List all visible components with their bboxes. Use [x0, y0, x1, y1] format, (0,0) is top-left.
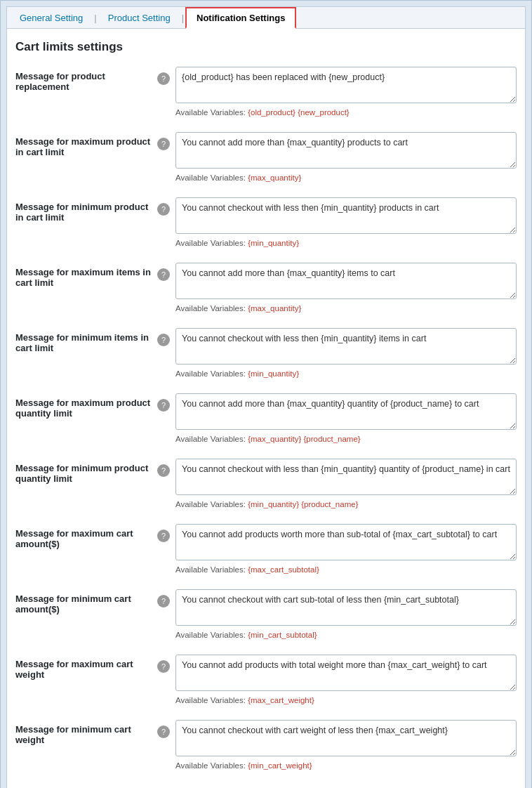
- help-icon-4[interactable]: ?: [157, 334, 170, 346]
- input-area-2: You cannot checkout with less then {min_…: [175, 197, 517, 247]
- label-min-product-in-cart: Message for minimum product in cart limi…: [15, 202, 153, 223]
- textarea-min-cart-weight[interactable]: You cannot checkout with cart weight of …: [175, 720, 517, 756]
- label-area-7: Message for maximum cart amount($) ?: [15, 524, 170, 549]
- row-min-product-in-cart: Message for minimum product in cart limi…: [15, 197, 517, 250]
- row-min-cart-weight: Message for minimum cart weight ? You ca…: [15, 720, 517, 773]
- input-area-4: You cannot checkout with less then {min_…: [175, 328, 517, 378]
- help-icon-0[interactable]: ?: [157, 72, 170, 85]
- textarea-min-product-qty[interactable]: You cannot checkout with less than {min_…: [175, 459, 517, 495]
- textarea-max-items-cart[interactable]: You cannot add more than {max_quantity} …: [175, 263, 517, 299]
- textarea-min-product-in-cart[interactable]: You cannot checkout with less then {min_…: [175, 197, 517, 234]
- input-area-0: {old_product} has been replaced with {ne…: [175, 67, 517, 117]
- row-min-cart-amount: Message for minimum cart amount($) ? You…: [15, 589, 517, 642]
- row-min-items-cart: Message for minimum items in cart limit …: [15, 328, 517, 381]
- help-icon-9[interactable]: ?: [157, 660, 170, 673]
- help-icon-5[interactable]: ?: [157, 399, 170, 412]
- vars-8: Available Variables: {min_cart_subtotal}: [175, 631, 517, 639]
- label-area-2: Message for minimum product in cart limi…: [15, 197, 170, 223]
- help-icon-2[interactable]: ?: [157, 203, 170, 216]
- section-title: Cart limits settings: [15, 40, 517, 54]
- help-icon-8[interactable]: ?: [157, 595, 170, 608]
- input-area-8: You cannot checkout with cart sub-total …: [175, 589, 517, 639]
- textarea-max-product-in-cart[interactable]: You cannot add more than {max_quantity} …: [175, 132, 517, 169]
- input-area-9: You cannot add products with total weigh…: [175, 655, 517, 704]
- label-min-product-qty: Message for minimum product quantity lim…: [15, 463, 153, 484]
- help-icon-1[interactable]: ?: [157, 138, 170, 150]
- help-icon-10[interactable]: ?: [157, 725, 170, 738]
- vars-5: Available Variables: {max_quantity} {pro…: [175, 435, 517, 443]
- label-area-8: Message for minimum cart amount($) ?: [15, 589, 170, 615]
- input-area-10: You cannot checkout with cart weight of …: [175, 720, 517, 770]
- label-min-cart-amount: Message for minimum cart amount($): [15, 593, 153, 615]
- label-product-replacement: Message for product replacement: [15, 71, 153, 92]
- label-area-10: Message for minimum cart weight ?: [15, 720, 170, 745]
- vars-2: Available Variables: {min_quantity}: [175, 239, 517, 247]
- row-max-items-cart: Message for maximum items in cart limit …: [15, 263, 517, 315]
- label-max-items-cart: Message for maximum items in cart limit: [15, 267, 153, 288]
- label-min-items-cart: Message for minimum items in cart limit: [15, 332, 153, 353]
- label-max-cart-weight: Message for maximum cart weight: [15, 659, 153, 680]
- input-area-6: You cannot checkout with less than {min_…: [175, 459, 517, 508]
- vars-3: Available Variables: {max_quantity}: [175, 304, 517, 313]
- vars-4: Available Variables: {min_quantity}: [175, 369, 517, 378]
- textarea-max-product-qty[interactable]: You cannot add more than {max_quantity} …: [175, 393, 517, 430]
- outer-container: General Setting | Product Setting | Noti…: [0, 0, 532, 788]
- tab-separator-1: |: [94, 13, 96, 23]
- label-max-cart-amount: Message for maximum cart amount($): [15, 528, 153, 549]
- row-max-product-in-cart: Message for maximum product in cart limi…: [15, 132, 517, 185]
- row-product-replacement: Message for product replacement ? {old_p…: [15, 67, 517, 119]
- input-area-7: You cannot add products worth more than …: [175, 524, 517, 574]
- help-icon-3[interactable]: ?: [157, 268, 170, 281]
- label-area-9: Message for maximum cart weight ?: [15, 655, 170, 680]
- textarea-min-items-cart[interactable]: You cannot checkout with less then {min_…: [175, 328, 517, 365]
- vars-6: Available Variables: {min_quantity} {pro…: [175, 500, 517, 508]
- input-area-1: You cannot add more than {max_quantity} …: [175, 132, 517, 182]
- label-min-cart-weight: Message for minimum cart weight: [15, 724, 153, 745]
- label-area-0: Message for product replacement ?: [15, 67, 170, 92]
- textarea-max-cart-weight[interactable]: You cannot add products with total weigh…: [175, 655, 517, 691]
- tab-bar: General Setting | Product Setting | Noti…: [6, 6, 526, 28]
- vars-1: Available Variables: {max_quantity}: [175, 173, 517, 182]
- row-min-product-qty: Message for minimum product quantity lim…: [15, 459, 517, 511]
- content-area: Cart limits settings Message for product…: [6, 28, 526, 788]
- input-area-5: You cannot add more than {max_quantity} …: [175, 393, 517, 443]
- label-area-1: Message for maximum product in cart limi…: [15, 132, 170, 157]
- textarea-min-cart-amount[interactable]: You cannot checkout with cart sub-total …: [175, 589, 517, 626]
- row-max-product-qty: Message for maximum product quantity lim…: [15, 393, 517, 446]
- tab-notification[interactable]: Notification Settings: [185, 7, 296, 29]
- vars-10: Available Variables: {min_cart_weight}: [175, 761, 517, 770]
- row-max-cart-weight: Message for maximum cart weight ? You ca…: [15, 655, 517, 707]
- vars-0: Available Variables: {old_product} {new_…: [175, 108, 517, 117]
- label-area-3: Message for maximum items in cart limit …: [15, 263, 170, 288]
- textarea-max-cart-amount[interactable]: You cannot add products worth more than …: [175, 524, 517, 560]
- vars-7: Available Variables: {max_cart_subtotal}: [175, 565, 517, 574]
- label-area-6: Message for minimum product quantity lim…: [15, 459, 170, 484]
- label-max-product-qty: Message for maximum product quantity lim…: [15, 398, 153, 419]
- input-area-3: You cannot add more than {max_quantity} …: [175, 263, 517, 313]
- label-max-product-in-cart: Message for maximum product in cart limi…: [15, 136, 153, 157]
- label-area-5: Message for maximum product quantity lim…: [15, 393, 170, 419]
- tab-general[interactable]: General Setting: [10, 8, 93, 27]
- tab-separator-2: |: [182, 13, 184, 23]
- row-max-cart-amount: Message for maximum cart amount($) ? You…: [15, 524, 517, 577]
- label-area-4: Message for minimum items in cart limit …: [15, 328, 170, 353]
- vars-9: Available Variables: {max_cart_weight}: [175, 696, 517, 704]
- help-icon-6[interactable]: ?: [157, 464, 170, 477]
- textarea-product-replacement[interactable]: {old_product} has been replaced with {ne…: [175, 67, 517, 103]
- help-icon-7[interactable]: ?: [157, 530, 170, 542]
- tab-product[interactable]: Product Setting: [98, 8, 180, 27]
